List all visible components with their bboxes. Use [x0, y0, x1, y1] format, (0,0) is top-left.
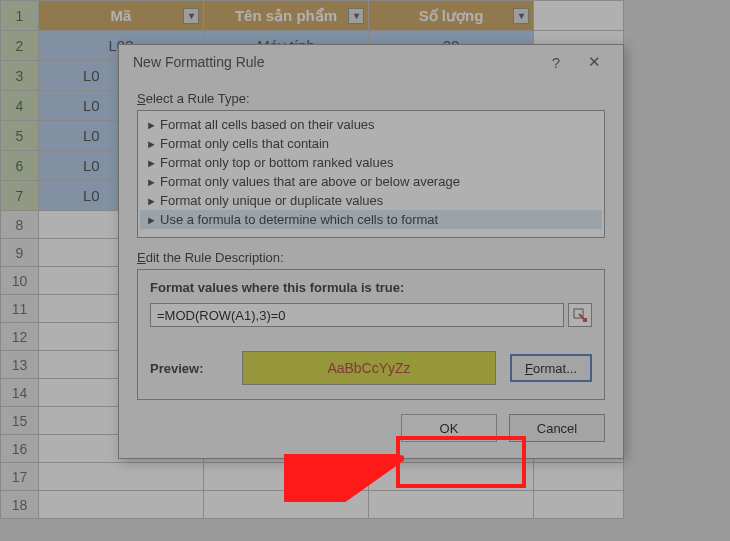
- row-header[interactable]: 15: [1, 407, 39, 435]
- col-header-ten[interactable]: Tên sản phẩm▾: [204, 1, 369, 31]
- ok-button[interactable]: OK: [401, 414, 497, 442]
- row-header[interactable]: 6: [1, 151, 39, 181]
- formula-label: Format values where this formula is true…: [150, 280, 592, 295]
- triangle-icon: ►: [146, 119, 160, 131]
- rule-label: Format only values that are above or bel…: [160, 174, 460, 189]
- rule-type-item[interactable]: ►Format only unique or duplicate values: [140, 191, 602, 210]
- row-header[interactable]: 16: [1, 435, 39, 463]
- triangle-icon: ►: [146, 157, 160, 169]
- rule-type-list[interactable]: ►Format all cells based on their values …: [137, 110, 605, 238]
- cell[interactable]: [369, 463, 534, 491]
- col-header-ma[interactable]: Mã▾: [39, 1, 204, 31]
- cell[interactable]: [369, 491, 534, 519]
- cell[interactable]: [534, 1, 624, 31]
- row-header[interactable]: 1: [1, 1, 39, 31]
- rule-description-box: Format values where this formula is true…: [137, 269, 605, 400]
- row-header[interactable]: 2: [1, 31, 39, 61]
- row-header[interactable]: 17: [1, 463, 39, 491]
- cell[interactable]: [39, 491, 204, 519]
- rule-label: Format only top or bottom ranked values: [160, 155, 393, 170]
- filter-icon[interactable]: ▾: [348, 8, 364, 24]
- rule-label: Format only unique or duplicate values: [160, 193, 383, 208]
- row-header[interactable]: 5: [1, 121, 39, 151]
- triangle-icon: ►: [146, 214, 160, 226]
- formula-input[interactable]: [150, 303, 564, 327]
- col-label: Số lượng: [419, 7, 484, 24]
- cell[interactable]: [204, 463, 369, 491]
- rule-type-item[interactable]: ►Format only cells that contain: [140, 134, 602, 153]
- row-header[interactable]: 10: [1, 267, 39, 295]
- range-picker-button[interactable]: [568, 303, 592, 327]
- row-header[interactable]: 13: [1, 351, 39, 379]
- filter-icon[interactable]: ▾: [513, 8, 529, 24]
- cell[interactable]: [534, 491, 624, 519]
- row-header[interactable]: 18: [1, 491, 39, 519]
- cell[interactable]: [39, 463, 204, 491]
- edit-rule-description-label: Edit the Rule Description:: [137, 250, 605, 265]
- triangle-icon: ►: [146, 176, 160, 188]
- row-header[interactable]: 9: [1, 239, 39, 267]
- row-header[interactable]: 14: [1, 379, 39, 407]
- filter-icon[interactable]: ▾: [183, 8, 199, 24]
- close-button[interactable]: ✕: [575, 53, 613, 71]
- rule-type-item[interactable]: ►Use a formula to determine which cells …: [140, 210, 602, 229]
- rule-type-item[interactable]: ►Format only top or bottom ranked values: [140, 153, 602, 172]
- range-picker-icon: [573, 308, 587, 322]
- triangle-icon: ►: [146, 138, 160, 150]
- row-header[interactable]: 4: [1, 91, 39, 121]
- dialog-titlebar[interactable]: New Formatting Rule ? ✕: [119, 45, 623, 79]
- row-header[interactable]: 8: [1, 211, 39, 239]
- new-formatting-rule-dialog: New Formatting Rule ? ✕ Select a Rule Ty…: [118, 44, 624, 459]
- rule-type-item[interactable]: ►Format all cells based on their values: [140, 115, 602, 134]
- row-header[interactable]: 11: [1, 295, 39, 323]
- rule-label: Use a formula to determine which cells t…: [160, 212, 438, 227]
- format-button[interactable]: Format...: [510, 354, 592, 382]
- cell[interactable]: [204, 491, 369, 519]
- rule-label: Format all cells based on their values: [160, 117, 375, 132]
- row-header[interactable]: 7: [1, 181, 39, 211]
- col-label: Mã: [111, 7, 132, 24]
- row-header[interactable]: 3: [1, 61, 39, 91]
- help-button[interactable]: ?: [537, 54, 575, 71]
- cancel-button[interactable]: Cancel: [509, 414, 605, 442]
- dialog-title: New Formatting Rule: [133, 54, 537, 70]
- rule-type-item[interactable]: ►Format only values that are above or be…: [140, 172, 602, 191]
- preview-sample: AaBbCcYyZz: [242, 351, 496, 385]
- select-rule-type-label: Select a Rule Type:: [137, 91, 605, 106]
- cell[interactable]: [534, 463, 624, 491]
- col-header-sl[interactable]: Số lượng▾: [369, 1, 534, 31]
- row-header[interactable]: 12: [1, 323, 39, 351]
- rule-label: Format only cells that contain: [160, 136, 329, 151]
- triangle-icon: ►: [146, 195, 160, 207]
- col-label: Tên sản phẩm: [235, 7, 337, 24]
- preview-label: Preview:: [150, 361, 228, 376]
